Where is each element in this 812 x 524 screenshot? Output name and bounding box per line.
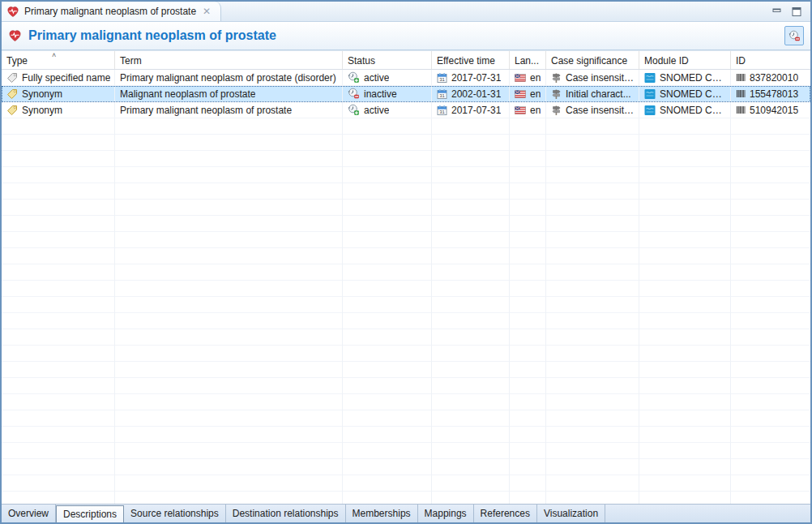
grid-line [639, 118, 639, 504]
cell-case-significance: Initial charact... [546, 86, 639, 101]
signpost-icon [551, 105, 562, 116]
descriptions-table: ˄ Type Term Status Effective time Lan...… [2, 50, 810, 504]
column-header-id[interactable]: ID [731, 51, 810, 69]
column-header-language[interactable]: Lan... [510, 51, 546, 69]
show-inactive-toggle-button[interactable] [784, 26, 804, 45]
tab-descriptions[interactable]: Descriptions [56, 505, 124, 522]
column-header-module-id[interactable]: Module ID [639, 51, 731, 69]
bottom-tab-bar: Overview Descriptions Source relationshi… [2, 504, 810, 522]
table-row-selected[interactable]: Synonym Malignant neoplasm of prostate i… [2, 86, 810, 102]
editor-tab-concept[interactable]: Primary malignant neoplasm of prostate ✕ [2, 2, 221, 21]
cell-id: 510942015 [731, 102, 810, 118]
tag-gray-icon [6, 72, 18, 84]
concept-heart-icon [8, 29, 22, 42]
application-window: Primary malignant neoplasm of prostate ✕… [0, 0, 812, 524]
cell-term: Primary malignant neoplasm of prostate (… [115, 70, 343, 85]
concept-title: Primary malignant neoplasm of prostate [28, 28, 276, 43]
minimize-icon[interactable] [771, 6, 783, 16]
snomed-module-icon [644, 88, 656, 100]
cell-status: active [343, 102, 432, 118]
concept-heart-icon [6, 6, 19, 18]
column-header-status[interactable]: Status [343, 51, 432, 69]
signpost-icon [551, 88, 562, 100]
grid-line [730, 118, 731, 504]
table-header-row: ˄ Type Term Status Effective time Lan...… [2, 50, 810, 70]
cell-language: en [510, 102, 546, 118]
en-flag-icon [515, 89, 526, 99]
tab-source-relationships[interactable]: Source relationships [124, 505, 226, 522]
cell-type: Synonym [2, 86, 115, 101]
editor-tabstrip: Primary malignant neoplasm of prostate ✕ [2, 2, 810, 22]
status-active-icon [348, 104, 360, 116]
en-flag-icon [515, 105, 526, 115]
grid-line [431, 118, 432, 504]
cell-module-id: SNOMED CT ... [639, 70, 731, 85]
cell-status: active [343, 70, 432, 85]
calendar-icon [437, 88, 447, 99]
tag-yellow-icon [6, 88, 18, 100]
close-icon[interactable]: ✕ [201, 6, 212, 17]
cell-id: 837820010 [731, 70, 810, 85]
cell-id: 155478013 [731, 86, 810, 101]
grid-line [509, 118, 510, 504]
snomed-module-icon [644, 105, 656, 116]
tab-memberships[interactable]: Memberships [346, 505, 418, 522]
column-header-type[interactable]: Type [2, 51, 115, 69]
cell-term: Primary malignant neoplasm of prostate [115, 102, 343, 118]
cell-language: en [510, 70, 546, 85]
cell-type: Synonym [2, 102, 115, 118]
column-header-case-significance[interactable]: Case significance [546, 51, 639, 69]
barcode-icon [736, 105, 746, 115]
barcode-icon [736, 72, 746, 83]
grid-line [545, 118, 546, 504]
column-header-effective-time[interactable]: Effective time [432, 51, 510, 69]
table-row[interactable]: Synonym Primary malignant neoplasm of pr… [2, 102, 810, 118]
status-active-icon [348, 71, 360, 84]
grid-line [114, 118, 115, 504]
calendar-icon [437, 72, 447, 83]
maximize-icon[interactable] [791, 6, 802, 17]
column-header-term[interactable]: Term [115, 51, 343, 69]
view-controls [771, 2, 810, 21]
cell-type: Fully specified name [2, 70, 115, 85]
cell-term: Malignant neoplasm of prostate [115, 86, 343, 101]
snomed-module-icon [644, 72, 656, 84]
editor-tab-title: Primary malignant neoplasm of prostate [24, 6, 196, 17]
en-flag-icon [515, 73, 526, 83]
cell-case-significance: Case insensitive [546, 102, 639, 118]
cell-module-id: SNOMED CT ... [639, 102, 731, 118]
history-clock-inactive-icon [788, 30, 801, 42]
barcode-icon [736, 88, 746, 99]
tab-references[interactable]: References [474, 505, 537, 522]
cell-language: en [510, 86, 546, 101]
calendar-icon [437, 105, 447, 115]
tab-destination-relationships[interactable]: Destination relationships [226, 505, 346, 522]
concept-header: Primary malignant neoplasm of prostate [2, 22, 810, 50]
tag-yellow-icon [6, 105, 18, 116]
tab-mappings[interactable]: Mappings [418, 505, 474, 522]
grid-line [342, 118, 343, 504]
cell-status: inactive [343, 86, 432, 101]
table-row[interactable]: Fully specified name Primary malignant n… [2, 70, 810, 86]
empty-grid-area [2, 118, 810, 504]
status-inactive-icon [348, 88, 360, 100]
cell-effective-time: 2017-07-31 [432, 70, 510, 85]
cell-effective-time: 2002-01-31 [432, 86, 510, 101]
signpost-icon [551, 72, 562, 84]
tab-visualization[interactable]: Visualization [537, 505, 605, 522]
tab-overview[interactable]: Overview [2, 505, 56, 522]
tabstrip-filler [221, 2, 771, 21]
cell-case-significance: Case insensitive [546, 70, 639, 85]
cell-effective-time: 2017-07-31 [432, 102, 510, 118]
cell-module-id: SNOMED CT ... [639, 86, 731, 101]
